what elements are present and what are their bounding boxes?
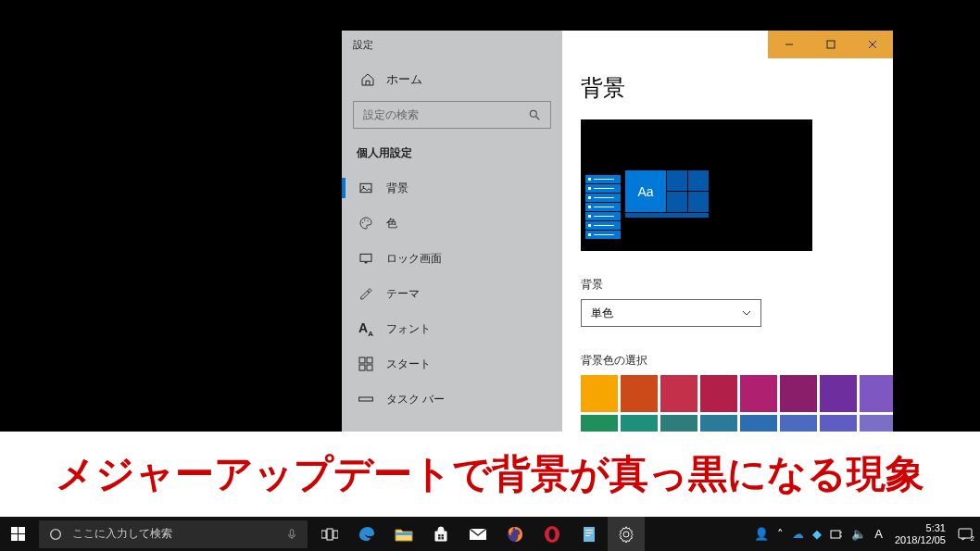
svg-rect-12 bbox=[365, 262, 368, 263]
svg-rect-27 bbox=[396, 532, 412, 535]
svg-rect-1 bbox=[827, 41, 835, 48]
svg-rect-39 bbox=[585, 535, 590, 536]
nav-item-label: フォント bbox=[386, 321, 431, 337]
windows-logo-icon bbox=[11, 527, 26, 542]
svg-rect-36 bbox=[584, 527, 595, 542]
settings-search-input[interactable]: 設定の検索 bbox=[353, 101, 551, 129]
search-placeholder: 設定の検索 bbox=[363, 107, 528, 123]
desktop-preview: Aa bbox=[581, 119, 812, 251]
nav-item-font[interactable]: AAフォント bbox=[342, 311, 562, 346]
system-tray: 👤 ˄ ☁ ◆ 🔈 A 5:31 2018/12/05 2 bbox=[754, 522, 980, 545]
notes-icon[interactable] bbox=[571, 517, 608, 551]
svg-rect-13 bbox=[359, 357, 365, 363]
taskbar-clock[interactable]: 5:31 2018/12/05 bbox=[891, 522, 949, 545]
svg-rect-19 bbox=[19, 527, 25, 533]
network-icon[interactable] bbox=[830, 529, 843, 540]
color-swatch[interactable] bbox=[860, 375, 893, 412]
window-controls bbox=[768, 31, 893, 58]
svg-rect-14 bbox=[367, 357, 372, 363]
taskbar-search-placeholder: ここに入力して検索 bbox=[72, 526, 172, 542]
people-icon[interactable]: 👤 bbox=[754, 527, 769, 541]
nav-item-label: 色 bbox=[386, 216, 397, 232]
svg-rect-40 bbox=[831, 531, 840, 538]
maximize-button[interactable] bbox=[810, 31, 851, 58]
nav-item-label: テーマ bbox=[386, 286, 420, 302]
svg-rect-6 bbox=[360, 183, 371, 192]
caption-banner: メジャーアップデートで背景が真っ黒になる現象 bbox=[0, 432, 980, 517]
ime-indicator[interactable]: A bbox=[874, 527, 883, 541]
color-swatch[interactable] bbox=[700, 375, 737, 412]
mail-icon[interactable] bbox=[459, 517, 496, 551]
tray-app-icon[interactable]: ◆ bbox=[812, 527, 822, 541]
svg-point-9 bbox=[364, 219, 365, 220]
task-view-icon[interactable] bbox=[311, 517, 348, 551]
taskbar-search-input[interactable]: ここに入力して検索 bbox=[39, 520, 308, 548]
svg-rect-23 bbox=[290, 529, 294, 535]
opera-icon[interactable] bbox=[534, 517, 571, 551]
cortana-icon bbox=[48, 527, 63, 542]
home-link[interactable]: ホーム bbox=[342, 58, 562, 101]
svg-rect-18 bbox=[11, 527, 18, 533]
settings-icon[interactable] bbox=[608, 517, 645, 551]
category-header: 個人用設定 bbox=[342, 145, 562, 170]
onedrive-icon[interactable]: ☁ bbox=[792, 527, 804, 541]
nav-item-start[interactable]: スタート bbox=[342, 346, 562, 382]
tray-chevron-up-icon[interactable]: ˄ bbox=[777, 527, 784, 541]
svg-rect-29 bbox=[442, 534, 445, 537]
picture-icon bbox=[358, 181, 373, 195]
svg-point-8 bbox=[362, 222, 363, 223]
svg-rect-11 bbox=[360, 254, 371, 261]
lockscreen-icon bbox=[358, 251, 373, 266]
home-icon bbox=[360, 72, 375, 87]
start-icon bbox=[358, 357, 373, 371]
caption-text: メジャーアップデートで背景が真っ黒になる現象 bbox=[56, 448, 924, 500]
taskbar-apps bbox=[311, 517, 645, 551]
background-type-select[interactable]: 単色 bbox=[581, 299, 761, 327]
nav-item-theme[interactable]: テーマ bbox=[342, 276, 562, 311]
nav-item-lockscreen[interactable]: ロック画面 bbox=[342, 241, 562, 276]
nav-item-palette[interactable]: 色 bbox=[342, 206, 562, 241]
svg-rect-30 bbox=[438, 537, 441, 540]
color-swatch[interactable] bbox=[621, 375, 658, 412]
volume-icon[interactable]: 🔈 bbox=[851, 527, 866, 541]
background-dropdown-label: 背景 bbox=[581, 277, 873, 293]
svg-point-22 bbox=[51, 529, 61, 539]
time-text: 5:31 bbox=[926, 522, 946, 534]
window-title: 設定 bbox=[353, 38, 373, 52]
action-center-icon[interactable]: 2 bbox=[958, 528, 973, 541]
color-swatch[interactable] bbox=[740, 375, 777, 412]
edge-icon[interactable] bbox=[348, 517, 385, 551]
preview-tile-aa: Aa bbox=[625, 170, 666, 212]
titlebar: 設定 bbox=[342, 31, 893, 58]
swatch-label: 背景色の選択 bbox=[581, 353, 873, 369]
page-title: 背景 bbox=[581, 73, 873, 103]
svg-rect-31 bbox=[442, 537, 445, 540]
svg-point-10 bbox=[367, 220, 368, 221]
svg-point-7 bbox=[362, 186, 364, 188]
search-icon bbox=[528, 108, 541, 121]
color-swatch[interactable] bbox=[660, 375, 697, 412]
svg-rect-25 bbox=[327, 529, 333, 540]
minimize-button[interactable] bbox=[768, 31, 810, 58]
date-text: 2018/12/05 bbox=[895, 534, 946, 546]
nav-item-taskbar[interactable]: タスク バー bbox=[342, 382, 562, 417]
select-value: 単色 bbox=[591, 306, 742, 321]
start-button[interactable] bbox=[0, 517, 37, 551]
svg-rect-21 bbox=[19, 534, 25, 541]
nav-item-label: 背景 bbox=[386, 181, 408, 196]
close-button[interactable] bbox=[851, 31, 893, 58]
svg-rect-26 bbox=[333, 531, 338, 538]
nav-item-picture[interactable]: 背景 bbox=[342, 170, 562, 206]
store-icon[interactable] bbox=[422, 517, 459, 551]
font-icon: AA bbox=[358, 321, 373, 336]
color-swatch[interactable] bbox=[780, 375, 817, 412]
nav-item-label: スタート bbox=[386, 357, 431, 372]
svg-rect-16 bbox=[367, 365, 372, 370]
file-explorer-icon[interactable] bbox=[385, 517, 422, 551]
color-swatch[interactable] bbox=[820, 375, 857, 412]
taskbar: ここに入力して検索 👤 ˄ ☁ ◆ 🔈 A 5:31 2018/12/05 2 bbox=[0, 517, 980, 551]
firefox-icon[interactable] bbox=[496, 517, 534, 551]
svg-line-5 bbox=[536, 117, 540, 120]
color-swatch[interactable] bbox=[581, 375, 618, 412]
notification-badge: 2 bbox=[971, 534, 974, 543]
